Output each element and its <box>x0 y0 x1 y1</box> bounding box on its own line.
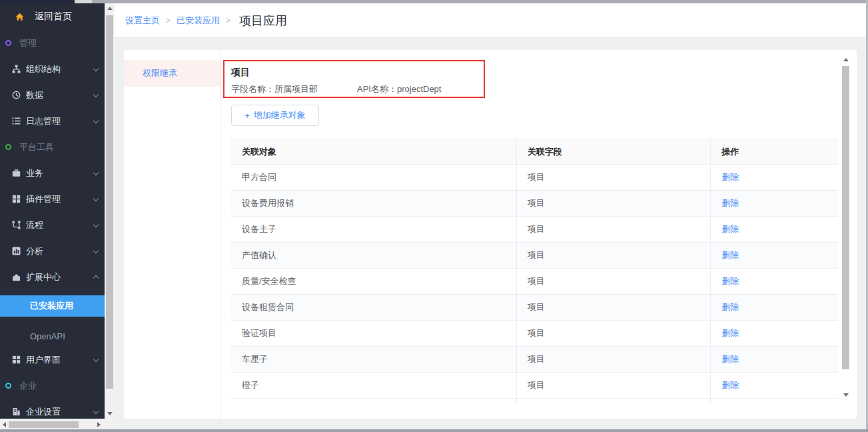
content-vertical-scrollbar[interactable] <box>841 54 851 401</box>
sidebar-item-label: 业务 <box>26 167 43 179</box>
related-field-cell: 项目 <box>516 217 711 243</box>
scroll-left-arrow-icon[interactable] <box>3 422 6 427</box>
column-header: 关联字段 <box>516 139 711 165</box>
related-field-cell: 项目 <box>516 243 711 269</box>
sidebar-vertical-scrollbar[interactable] <box>105 3 115 420</box>
delete-link[interactable]: 删除 <box>721 354 739 364</box>
related-field-cell: 项目 <box>516 165 711 191</box>
app-window: 返回首页 管理组织结构数据日志管理平台工具业务插件管理流程分析扩展中心已安装应用… <box>0 0 868 432</box>
sidebar-item-installed-apps[interactable]: 已安装应用 <box>0 295 105 317</box>
relation-table: 关联对象关联字段操作 甲方合同项目删除设备费用报销项目删除设备主子项目删除产值确… <box>231 139 838 403</box>
sidebar-horizontal-scrollbar[interactable] <box>0 420 105 429</box>
delete-link[interactable]: 删除 <box>721 328 739 338</box>
field-name-value: 所属项目部 <box>274 84 318 94</box>
action-cell: 删除 <box>711 165 838 191</box>
sidebar-item-openapi[interactable]: OpenAPI <box>0 325 105 347</box>
related-object-cell: 设备租赁合同 <box>231 295 516 321</box>
scroll-down-arrow-icon[interactable] <box>843 393 849 397</box>
window-bottom-border <box>0 429 868 432</box>
related-object-cell: 设备主子 <box>231 217 516 243</box>
delete-link[interactable]: 删除 <box>721 276 739 286</box>
sidebar-vertical-scrollbar-thumb[interactable] <box>106 15 113 389</box>
add-inherit-object-button[interactable]: + 增加继承对象 <box>231 105 319 126</box>
related-field-cell: 项目 <box>516 269 711 295</box>
action-cell: 删除 <box>711 321 838 347</box>
main-panel: 权限继承 项目 字段名称：所属项目部 API名称：projectDept + 增… <box>124 50 857 419</box>
clock-icon <box>11 91 21 100</box>
sidebar-item-label: 流程 <box>26 219 43 231</box>
delete-link[interactable]: 删除 <box>721 172 739 182</box>
sidebar-item-business[interactable]: 业务 <box>0 160 105 186</box>
table-row-partial <box>231 399 838 403</box>
delete-link[interactable]: 删除 <box>721 198 739 208</box>
flow-icon <box>11 221 21 230</box>
related-object-cell: 设备费用报销 <box>231 191 516 217</box>
action-cell: 删除 <box>711 217 838 243</box>
api-name-value: projectDept <box>397 84 441 94</box>
list-icon <box>11 117 21 126</box>
delete-link[interactable]: 删除 <box>721 302 739 312</box>
table-row: 产值确认项目删除 <box>231 243 838 269</box>
sidebar-item-analysis[interactable]: 分析 <box>0 238 105 264</box>
table-row: 设备费用报销项目删除 <box>231 191 838 217</box>
table-row: 橙子项目删除 <box>231 373 838 399</box>
chevron-down-icon <box>93 409 99 414</box>
sidebar-item-workflow[interactable]: 流程 <box>0 212 105 238</box>
sidebar-item-org-structure[interactable]: 组织结构 <box>0 56 105 82</box>
delete-link[interactable]: 删除 <box>721 250 739 260</box>
related-object-cell: 验证项目 <box>231 321 516 347</box>
related-object-cell: 车厘子 <box>231 347 516 373</box>
chevron-down-icon <box>93 357 99 362</box>
platform-tools-dot-icon <box>5 144 11 150</box>
sidebar-item-label: 数据 <box>26 89 43 101</box>
sidebar-horizontal-scrollbar-thumb[interactable] <box>9 421 79 428</box>
breadcrumb-link-settings-home[interactable]: 设置主页 <box>125 15 160 27</box>
scroll-down-arrow-icon[interactable] <box>107 412 113 415</box>
sidebar-item-enterprise-settings[interactable]: 企业设置 <box>0 399 105 419</box>
chart-icon <box>11 247 21 256</box>
annotation-highlight-box: 项目 字段名称：所属项目部 API名称：projectDept <box>223 60 485 98</box>
chevron-up-icon <box>93 275 99 281</box>
sidebar-item-data[interactable]: 数据 <box>0 82 105 108</box>
table-row: 车厘子项目删除 <box>231 347 838 373</box>
plus-icon: + <box>244 111 250 121</box>
sidebar-item-log-management[interactable]: 日志管理 <box>0 108 105 134</box>
table-row: 设备租赁合同项目删除 <box>231 295 838 321</box>
scroll-up-arrow-icon[interactable] <box>843 58 849 61</box>
sidebar-item-extension-center[interactable]: 扩展中心 <box>0 264 105 290</box>
sidebar-item-enterprise: 企业 <box>0 373 105 399</box>
related-field-cell: 项目 <box>516 191 711 217</box>
chevron-down-icon <box>93 196 99 201</box>
main-content: 设置主页 > 已安装应用 > 项目应用 权限继承 项目 字段名称：所属项目部 A… <box>115 3 866 429</box>
breadcrumb-link-installed-apps[interactable]: 已安装应用 <box>177 15 220 27</box>
sidebar-item-user-interface[interactable]: 用户界面 <box>0 347 105 373</box>
chevron-down-icon <box>93 118 99 123</box>
scrollbar-corner <box>105 420 115 429</box>
sidebar-home-button[interactable]: 返回首页 <box>0 3 105 30</box>
related-object-cell: 产值确认 <box>231 243 516 269</box>
building-icon <box>11 407 21 417</box>
breadcrumb: 设置主页 > 已安装应用 > 项目应用 <box>115 3 866 38</box>
related-field-cell: 项目 <box>516 295 711 321</box>
enterprise-dot-icon <box>5 383 11 389</box>
delete-link[interactable]: 删除 <box>721 224 739 234</box>
api-name-label: API名称：projectDept <box>357 83 441 95</box>
scroll-right-arrow-icon[interactable] <box>97 422 101 427</box>
sidebar: 返回首页 管理组织结构数据日志管理平台工具业务插件管理流程分析扩展中心已安装应用… <box>0 3 105 419</box>
plugin-icon <box>11 195 21 204</box>
content-vertical-scrollbar-thumb[interactable] <box>842 66 849 369</box>
home-icon <box>15 12 24 21</box>
chevron-down-icon <box>93 66 99 71</box>
sidebar-item-admin: 管理 <box>0 30 105 56</box>
tab-permission-inheritance[interactable]: 权限继承 <box>124 60 220 87</box>
sidebar-item-plugin-management[interactable]: 插件管理 <box>0 186 105 212</box>
delete-link[interactable]: 删除 <box>721 380 739 390</box>
chevron-down-icon <box>93 248 99 253</box>
briefcase-icon <box>11 169 21 178</box>
action-cell: 删除 <box>711 191 838 217</box>
scroll-up-arrow-icon[interactable] <box>107 7 113 10</box>
field-name-label: 字段名称：所属项目部 <box>231 84 318 94</box>
related-field-cell: 项目 <box>516 347 711 373</box>
breadcrumb-separator-icon: > <box>226 16 230 25</box>
sidebar-item-label: 已安装应用 <box>30 300 73 312</box>
